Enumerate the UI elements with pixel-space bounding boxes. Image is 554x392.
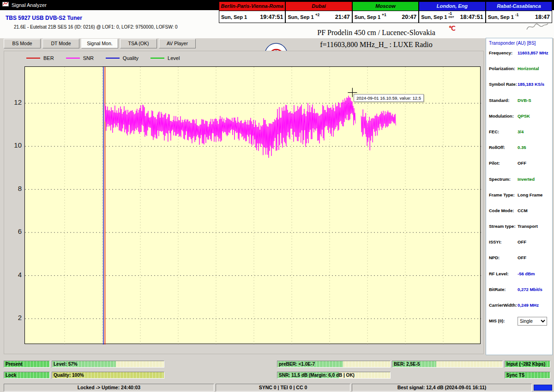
transponder-panel: Transponder (AU) [BS] Frequency:11603,85…: [486, 38, 553, 355]
tp-row-rolloff: RollOff:0.35: [486, 144, 552, 160]
clock-city: Moscow: [353, 2, 418, 11]
clock-dubai: DubaiSun, Sep 1+221:47: [285, 1, 352, 23]
mis-select[interactable]: Single: [518, 317, 547, 326]
tp-label: Standard:: [489, 98, 518, 103]
status-best-signal: Best signal: 12,4 dB (2024-09-01 16:11): [352, 384, 532, 392]
tp-row-frame-type: Frame Type:Long Frame: [486, 191, 552, 207]
clock-date: Sun, Sep 1: [288, 14, 313, 20]
clock-time-row: Sun, Sep 1+120:47: [353, 11, 418, 23]
tp-label: Stream type:: [489, 224, 518, 229]
indicator-label: Quality: 100%: [54, 372, 84, 378]
tp-label: Frame Type:: [489, 192, 518, 197]
tp-label: MIS (0):: [489, 318, 518, 323]
tp-label: BitRate:: [489, 287, 518, 292]
status-sync-counters: SYNC 0 | TEI 0 | CC 0: [216, 384, 350, 392]
app-icon: [2, 1, 9, 9]
clock-time-row: Sun, Sep 1+221:47: [286, 11, 351, 23]
clock-london-eng: London, EngSun, Sep 1-1DST18:47:51: [419, 1, 485, 23]
clock-moscow: MoscowSun, Sep 1+120:47: [352, 1, 419, 23]
tab-bar: BS ModeDT ModeSignal Mon.TSA (OK)AV Play…: [4, 39, 196, 48]
y-tick-8: 8: [5, 184, 22, 192]
y-tick-4: 4: [5, 271, 22, 279]
clock-utc-offset: +1: [382, 13, 386, 17]
clock-utc-offset: -1: [515, 13, 519, 17]
tp-row-code-mode: Code Mode:CCM: [486, 207, 552, 223]
y-tick-6: 6: [5, 227, 22, 235]
legend-swatch-icon: [26, 58, 40, 59]
tp-row-carrierwidth: CarrierWidth:0,249 MHz: [486, 302, 552, 317]
indicator-sync-ts: Sync TS: [505, 372, 550, 379]
tp-label: Symbol Rate:: [489, 82, 518, 87]
tab-av-player[interactable]: AV Player: [159, 39, 196, 48]
tp-row-standard: Standard:DVB-S: [486, 97, 552, 113]
tuner-name: TBS 5927 USB DVB-S2 Tuner: [6, 15, 82, 21]
tab-tsa-ok[interactable]: TSA (OK): [120, 39, 157, 48]
legend-swatch-icon: [151, 58, 164, 59]
tp-label: RollOff:: [489, 145, 518, 150]
clock-city: Berlin-Paris-Vienna-Roma: [219, 2, 285, 11]
tp-label: Spectrum:: [489, 177, 518, 182]
legend-ber: BER: [26, 55, 54, 61]
signature-icon: [525, 21, 549, 32]
indicator-label: Input (~282 Kbps): [506, 361, 545, 367]
indicator-lock: Lock: [4, 372, 50, 379]
indicator-preber: preBER: <1.0E-7: [277, 361, 391, 368]
plot-area[interactable]: 2024-09-01 16.10.59, value: 12,5: [24, 66, 481, 344]
indicator-input-282-kbps: Input (~282 Kbps): [505, 361, 550, 368]
clock-utc-offset: -1DST: [448, 12, 454, 18]
tp-row-polarization: Polarization:Horizontal: [486, 65, 552, 81]
tab-bs-mode[interactable]: BS Mode: [4, 39, 41, 48]
tp-value: -56 dBm: [518, 271, 535, 276]
tp-row-npd: NPD:OFF: [486, 254, 552, 270]
tp-row-mis-0: MIS (0):Single: [486, 317, 552, 333]
tp-value: Long Frame: [518, 192, 542, 197]
clock-date: Sun, Sep 1: [488, 14, 514, 20]
clock-time-row: Sun, Sep 1-1DST18:47:51: [419, 11, 485, 23]
indicator-row-2: LockQuality: 100%SNR: 11,5 dB (Margin: 6…: [0, 372, 554, 379]
indicator-label: Lock: [6, 372, 16, 378]
tp-label: RF Level:: [489, 271, 518, 276]
tp-value: OFF: [518, 255, 526, 260]
tp-label: Frequency:: [489, 50, 518, 55]
tp-value: OFF: [518, 160, 526, 166]
window-title: Signal Analyzer: [12, 2, 47, 8]
tp-row-pilot: Pilot:OFF: [486, 160, 552, 175]
tp-row-rf-level: RF Level:-56 dBm: [486, 270, 552, 286]
tp-row-stream-type: Stream type:Transport: [486, 223, 552, 238]
tp-label: Modulation:: [489, 113, 518, 119]
signal-chart: [25, 67, 481, 344]
tp-row-modulation: Modulation:QPSK: [486, 113, 552, 128]
indicator-present: Present: [4, 361, 50, 368]
frequency-line: f=11603,800 MHz_H_ : LUXE Radio: [289, 41, 464, 49]
legend-label: Level: [168, 55, 180, 61]
transponder-panel-title: Transponder (AU) [BS]: [489, 41, 552, 46]
legend-level: Level: [151, 55, 180, 61]
legend-label: BER: [43, 55, 54, 61]
tp-value: Inverted: [518, 177, 535, 182]
site-line: PF Prodelin 450 cm / Lucenec-Slovakia: [289, 29, 464, 37]
status-blue-indicator: [534, 385, 552, 391]
tp-row-issyi: ISSYI:OFF: [486, 238, 552, 254]
legend-swatch-icon: [66, 58, 80, 59]
y-tick-12: 12: [5, 98, 22, 106]
legend-quality: Quality: [106, 55, 138, 61]
tp-row-spectrum: Spectrum:Inverted: [486, 176, 552, 191]
clock-date: Sun, Sep 1: [421, 14, 447, 20]
chart-panel: BERSNRQualityLevel 24681012 2024-09-01 1…: [4, 51, 484, 354]
tp-label: Pilot:: [489, 160, 518, 166]
tab-dt-mode[interactable]: DT Mode: [42, 39, 79, 48]
legend-label: Quality: [123, 55, 138, 61]
tp-value: 0,249 MHz: [518, 303, 539, 308]
indicator-row-1: PresentLevel: 57%preBER: <1.0E-7BER: 2,5…: [0, 361, 554, 368]
clock-rabat-casablanca: Rabat-CasablancaSun, Sep 1-118:47: [486, 1, 552, 23]
chart-legend: BERSNRQualityLevel: [26, 53, 180, 63]
tab-signal-mon[interactable]: Signal Mon.: [81, 39, 118, 48]
tp-row-fec: FEC:3/4: [486, 128, 552, 144]
status-bar: Locked -> Uptime: 24:40:03 SYNC 0 | TEI …: [0, 383, 554, 392]
clock-berlin-paris-vienna-roma: Berlin-Paris-Vienna-RomaSun, Sep 119:47:…: [219, 1, 285, 23]
tp-value: 11603,857 MHz: [518, 50, 548, 55]
tp-label: NPD:: [489, 255, 518, 260]
indicator-label: preBER: <1.0E-7: [279, 361, 315, 367]
tp-row-frequency: Frequency:11603,857 MHz: [486, 49, 552, 65]
clock-time-row: Sun, Sep 119:47:51: [219, 11, 285, 23]
